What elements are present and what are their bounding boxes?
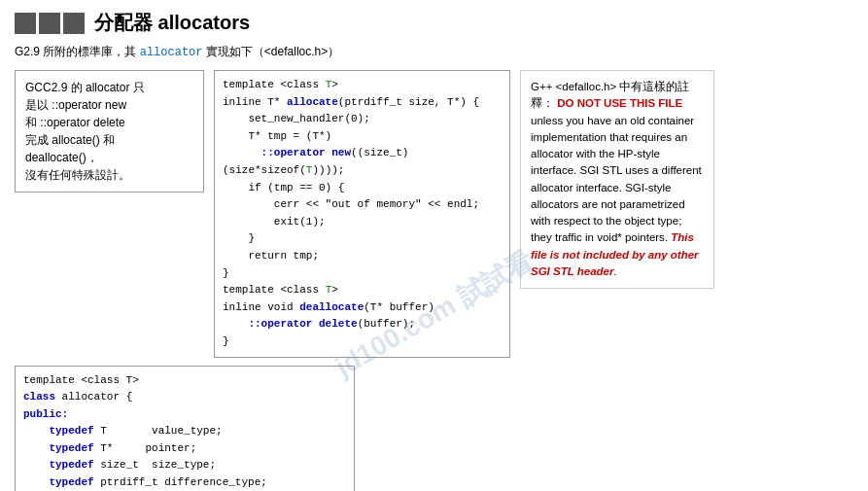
square-2: [39, 13, 60, 34]
square-1: [15, 13, 36, 34]
code-line-4: T* tmp = (T*): [223, 128, 502, 146]
subtitle-code: allocator: [140, 46, 203, 59]
desc-line2: 是以 ::operator new: [25, 98, 126, 112]
desc-line1: GCC2.9 的 allocator 只: [25, 81, 145, 94]
right-desc-body1: unless you have an old container impleme…: [531, 115, 702, 244]
page-title: 分配器 allocators: [94, 10, 250, 36]
tpl-line-6: typedef size_t size_type;: [23, 457, 346, 474]
code-line-5: ::operator new((size_t)(size*sizeof(T)))…: [223, 145, 502, 179]
code-line-13: inline void deallocate(T* buffer): [223, 299, 502, 317]
tpl-line-1: template <class T>: [23, 372, 346, 390]
code-line-8: exit(1);: [223, 214, 502, 231]
code-line-1: template <class T>: [223, 77, 502, 94]
right-desc-warning1: DO NOT USE THIS FILE: [557, 97, 682, 109]
right-desc-box: G++ <defalloc.h> 中有這樣的註釋： DO NOT USE THI…: [520, 70, 714, 289]
code-line-3: set_new_handler(0);: [223, 111, 502, 128]
code-line-10: return tmp;: [223, 248, 502, 265]
right-desc-period: .: [613, 265, 616, 277]
code-line-9: }: [223, 230, 502, 248]
header-squares: [15, 13, 85, 34]
subtitle: G2.9 所附的標準庫，其 allocator 實現如下（<defalloc.h…: [15, 44, 853, 60]
code-line-2: inline T* allocate(ptrdiff_t size, T*) {: [223, 94, 502, 112]
header: 分配器 allocators: [15, 10, 853, 36]
tpl-line-3: public:: [23, 406, 346, 424]
desc-line3: 和 ::operator delete: [25, 116, 125, 129]
code-line-14: ::operator delete(buffer);: [223, 316, 502, 333]
page-container: 分配器 allocators G2.9 所附的標準庫，其 allocator 實…: [0, 0, 868, 491]
square-3: [63, 13, 85, 34]
top-row: GCC2.9 的 allocator 只 是以 ::operator new 和…: [15, 70, 853, 358]
code-line-12: template <class T>: [223, 282, 502, 299]
code-line-11: }: [223, 265, 502, 283]
tpl-line-7: typedef ptrdiff_t difference_type;: [23, 474, 346, 491]
code-line-7: cerr << "out of memory" << endl;: [223, 196, 502, 214]
desc-line6: 沒有任何特殊設計。: [25, 168, 130, 182]
desc-box: GCC2.9 的 allocator 只 是以 ::operator new 和…: [15, 70, 204, 193]
subtitle-text1: G2.9 所附的標準庫，其: [15, 45, 136, 58]
desc-line5: deallocate()，: [25, 151, 98, 164]
middle-code-box: template <class T> inline T* allocate(pt…: [214, 70, 510, 358]
tpl-line-2: class allocator {: [23, 389, 346, 406]
bottom-row: template <class T> class allocator { pub…: [15, 366, 853, 492]
subtitle-text2: 實現如下（<defalloc.h>）: [206, 45, 339, 58]
template-class-box: template <class T> class allocator { pub…: [15, 366, 355, 492]
code-line-6: if (tmp == 0) {: [223, 180, 502, 197]
tpl-line-5: typedef T* pointer;: [23, 440, 346, 458]
code-line-15: }: [223, 333, 502, 351]
desc-line4: 完成 allocate() 和: [25, 133, 115, 147]
tpl-line-4: typedef T value_type;: [23, 423, 346, 440]
